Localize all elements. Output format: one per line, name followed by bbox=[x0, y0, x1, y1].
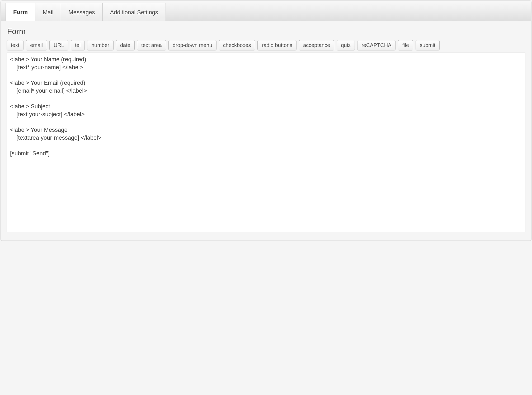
tag-btn-url[interactable]: URL bbox=[49, 40, 68, 50]
tag-btn-dropdown[interactable]: drop-down menu bbox=[168, 40, 216, 50]
tag-btn-number[interactable]: number bbox=[87, 40, 114, 50]
tag-btn-textarea[interactable]: text area bbox=[137, 40, 166, 50]
tag-generator-buttons: text email URL tel number date text area… bbox=[7, 40, 525, 50]
tab-messages[interactable]: Messages bbox=[61, 3, 102, 21]
tab-strip: Form Mail Messages Additional Settings bbox=[1, 1, 531, 21]
tag-btn-file[interactable]: file bbox=[398, 40, 413, 50]
section-title: Form bbox=[7, 27, 525, 36]
contact-form-panel: Form Mail Messages Additional Settings F… bbox=[1, 1, 531, 241]
tag-btn-checkboxes[interactable]: checkboxes bbox=[219, 40, 255, 50]
tag-btn-submit[interactable]: submit bbox=[416, 40, 440, 50]
tag-btn-radio[interactable]: radio buttons bbox=[257, 40, 296, 50]
tab-form[interactable]: Form bbox=[6, 3, 35, 21]
tag-btn-recaptcha[interactable]: reCAPTCHA bbox=[357, 40, 396, 50]
tag-btn-tel[interactable]: tel bbox=[71, 40, 85, 50]
tag-btn-acceptance[interactable]: acceptance bbox=[299, 40, 334, 50]
tag-btn-quiz[interactable]: quiz bbox=[337, 40, 355, 50]
tag-btn-text[interactable]: text bbox=[7, 40, 23, 50]
tag-btn-email[interactable]: email bbox=[26, 40, 47, 50]
tab-body: Form text email URL tel number date text… bbox=[1, 21, 531, 241]
tab-additional-settings[interactable]: Additional Settings bbox=[102, 3, 166, 21]
form-template-editor[interactable] bbox=[7, 53, 525, 232]
tab-mail[interactable]: Mail bbox=[35, 3, 61, 21]
tag-btn-date[interactable]: date bbox=[116, 40, 135, 50]
